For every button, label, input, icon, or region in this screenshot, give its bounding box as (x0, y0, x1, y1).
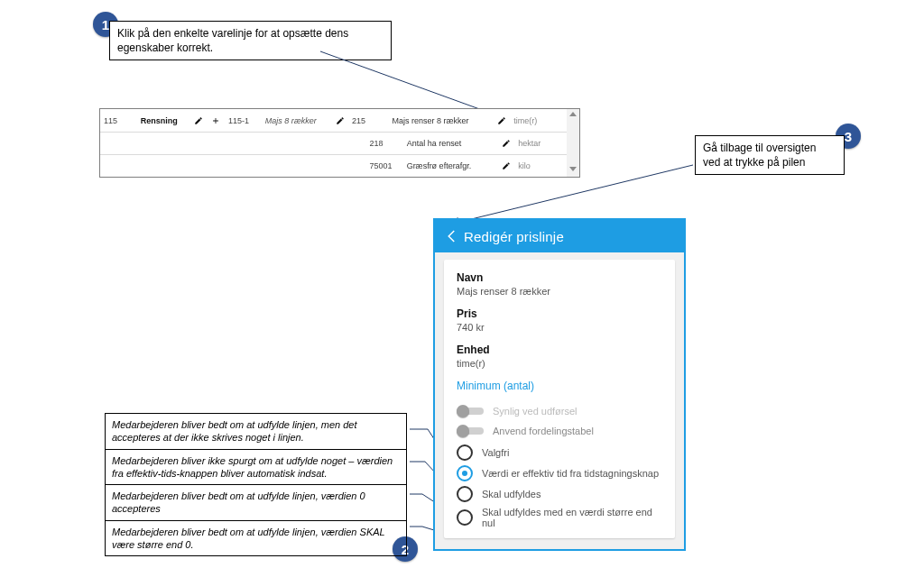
item-unit: kilo (514, 161, 567, 170)
explanation-table: Medarbejderen bliver bedt om at udfylde … (105, 413, 407, 556)
radio-valgfri[interactable]: Valgfri (457, 444, 662, 461)
radio-icon[interactable] (457, 465, 473, 481)
radio-skal-udfyldes[interactable]: Skal udfyldes (457, 486, 662, 502)
radio-label: Valgfri (482, 447, 509, 458)
table-row[interactable]: 75001 Græsfrø efterafgr. kilo (100, 154, 567, 177)
explain-row-2: Medarbejderen bliver ikke spurgt om at u… (106, 449, 407, 485)
item-name: Majs renser 8 rækker (389, 116, 494, 125)
explain-row-3: Medarbejderen bliver bedt om at udfylde … (106, 485, 407, 521)
radio-label: Værdi er effektiv tid fra tidstagningskn… (482, 468, 659, 479)
sub-name: Majs 8 rækker (262, 116, 331, 125)
pencil-icon[interactable] (493, 115, 510, 126)
scroll-up-icon[interactable] (569, 112, 577, 116)
item-name: Græsfrø efterafgr. (403, 161, 499, 170)
back-arrow-icon[interactable] (440, 228, 464, 244)
toggle-fordeling[interactable]: Anvend fordelingstabel (457, 425, 662, 437)
item-id: 75001 (366, 161, 403, 170)
item-name: Antal ha renset (403, 139, 499, 148)
group-id: 115 (100, 116, 137, 125)
enhed-value: time(r) (457, 358, 662, 369)
priceline-card: Navn Majs renser 8 rækker Pris 740 kr En… (444, 260, 675, 538)
item-id: 218 (366, 139, 403, 148)
toggle-label: Synlig ved udførsel (493, 406, 578, 417)
priceline-table-crop: 115 Rensning 115-1 Majs 8 rækker 215 Maj… (99, 108, 580, 178)
edit-priceline-crop: Redigér prislinje Navn Majs renser 8 ræk… (433, 218, 686, 551)
pencil-icon[interactable] (498, 160, 514, 171)
pris-value: 740 kr (457, 322, 662, 333)
callout-step1: Klik på den enkelte varelinje for at ops… (109, 21, 392, 60)
table-row[interactable]: 115 Rensning 115-1 Majs 8 rækker 215 Maj… (100, 109, 567, 133)
svg-line-0 (320, 51, 494, 115)
group-name: Rensning (137, 116, 190, 125)
scroll-down-icon[interactable] (569, 167, 577, 171)
plus-icon[interactable] (208, 115, 225, 126)
navn-value: Majs renser 8 rækker (457, 286, 662, 297)
toggle-label: Anvend fordelingstabel (493, 426, 594, 436)
pencil-icon[interactable] (498, 138, 514, 149)
toggle-synlig[interactable]: Synlig ved udførsel (457, 405, 662, 417)
explain-row-4: Medarbejderen bliver bedt om at udfylde … (106, 520, 407, 556)
toggle-switch-icon[interactable] (457, 425, 484, 437)
sub-id: 115-1 (225, 116, 262, 125)
item-unit: time(r) (510, 116, 567, 125)
item-id: 215 (348, 116, 389, 125)
explain-row-1: Medarbejderen bliver bedt om at udfylde … (106, 414, 407, 450)
scrollbar[interactable] (567, 109, 579, 177)
pencil-icon[interactable] (331, 115, 348, 126)
callout-step3: Gå tilbage til oversigten ved at trykke … (695, 135, 845, 175)
radio-label: Skal udfyldes med en værdi større end nu… (482, 507, 662, 528)
item-unit: hektar (514, 139, 567, 148)
pris-label: Pris (457, 307, 662, 320)
radio-icon[interactable] (457, 486, 473, 502)
minimum-link[interactable]: Minimum (antal) (457, 380, 662, 392)
table-row[interactable]: 218 Antal ha renset hektar (100, 132, 567, 155)
pencil-icon[interactable] (190, 115, 208, 126)
enhed-label: Enhed (457, 344, 662, 356)
radio-label: Skal udfyldes (482, 489, 541, 499)
navn-label: Navn (457, 271, 662, 284)
radio-icon[interactable] (457, 509, 473, 526)
radio-effektiv-tid[interactable]: Værdi er effektiv tid fra tidstagningskn… (457, 465, 662, 481)
radio-icon[interactable] (457, 444, 473, 461)
appbar-title: Redigér prislinje (464, 229, 564, 244)
appbar: Redigér prislinje (435, 220, 684, 252)
toggle-switch-icon[interactable] (457, 405, 484, 417)
radio-storre-end-nul[interactable]: Skal udfyldes med en værdi større end nu… (457, 507, 662, 528)
